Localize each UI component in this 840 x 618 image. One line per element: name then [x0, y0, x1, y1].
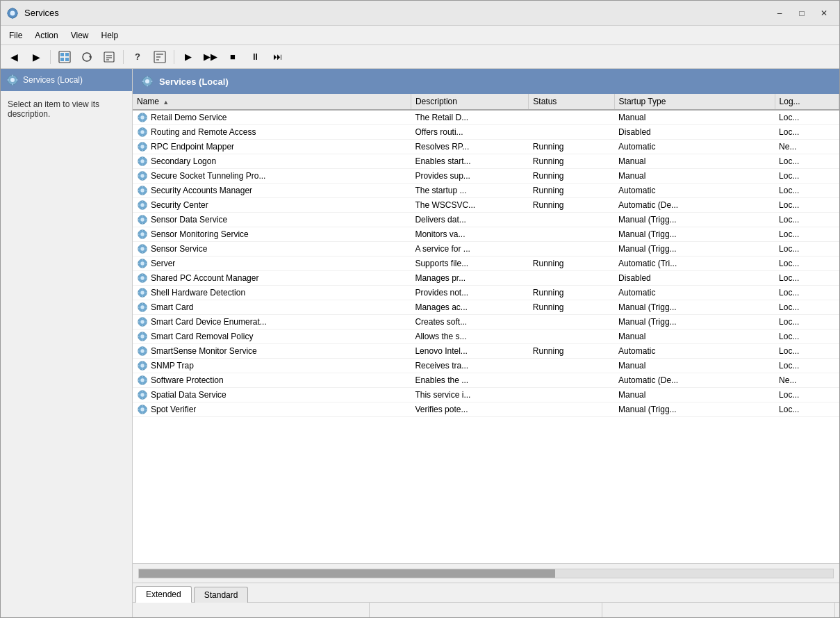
table-row[interactable]: Retail Demo ServiceThe Retail D...Manual… — [133, 110, 839, 125]
service-description-cell: The startup ... — [411, 184, 528, 198]
refresh-button[interactable] — [76, 48, 97, 66]
service-startup-cell: Manual (Trigg... — [614, 227, 775, 242]
col-header-status[interactable]: Status — [529, 94, 614, 110]
service-description-cell: The WSCSVC... — [411, 198, 528, 213]
service-name-cell: Sensor Service — [133, 242, 411, 257]
table-row[interactable]: Security CenterThe WSCSVC...RunningAutom… — [133, 198, 839, 213]
horizontal-scrollbar[interactable] — [138, 569, 834, 578]
table-row[interactable]: SNMP TrapReceives tra...ManualLoc... — [133, 359, 839, 373]
properties-button[interactable] — [149, 48, 170, 66]
service-logon-cell: Loc... — [775, 300, 839, 315]
col-header-name[interactable]: Name ▲ — [133, 94, 411, 110]
service-gear-icon — [137, 112, 148, 123]
service-gear-icon — [137, 185, 148, 196]
service-description-cell: A service for ... — [411, 242, 528, 257]
svg-rect-5 — [16, 13, 18, 14]
service-name-label: Retail Demo Service — [151, 113, 227, 122]
start-service-button[interactable]: ▶ — [178, 48, 199, 66]
service-name-cell: SNMP Trap — [133, 359, 411, 373]
service-gear-icon — [137, 316, 148, 327]
table-row[interactable]: Routing and Remote AccessOffers routi...… — [133, 125, 839, 140]
table-row[interactable]: Secure Socket Tunneling Pro...Provides s… — [133, 169, 839, 184]
service-status-cell — [529, 388, 614, 402]
service-startup-cell: Manual — [614, 169, 775, 184]
menu-help[interactable]: Help — [96, 29, 124, 42]
help-button[interactable]: ? — [127, 48, 148, 66]
svg-rect-175 — [142, 325, 142, 326]
svg-rect-106 — [138, 219, 139, 220]
svg-rect-10 — [65, 58, 69, 61]
svg-rect-166 — [138, 307, 139, 307]
svg-rect-215 — [142, 383, 142, 384]
svg-rect-57 — [145, 146, 147, 147]
service-name-cell: Routing and Remote Access — [133, 125, 411, 140]
table-row[interactable]: Smart CardManages ac...RunningManual (Tr… — [133, 300, 839, 315]
restart-service-button[interactable]: ▶▶ — [200, 48, 221, 66]
service-status-cell: Running — [529, 184, 614, 198]
svg-rect-75 — [142, 179, 142, 180]
table-row[interactable]: Sensor ServiceA service for ...Manual (T… — [133, 242, 839, 257]
export-button[interactable] — [99, 48, 120, 66]
service-name-cell: Retail Demo Service — [133, 110, 411, 125]
col-header-desc[interactable]: Description — [411, 94, 528, 110]
service-logon-cell: Loc... — [775, 344, 839, 359]
table-row[interactable]: Smart Card Device Enumerat...Creates sof… — [133, 315, 839, 330]
svg-rect-66 — [138, 161, 139, 161]
menu-action[interactable]: Action — [29, 29, 63, 42]
svg-rect-194 — [142, 346, 142, 348]
show-console-button[interactable] — [54, 48, 75, 66]
table-row[interactable]: Sensor Monitoring ServiceMonitors va...M… — [133, 227, 839, 242]
svg-rect-44 — [142, 127, 142, 129]
svg-point-83 — [140, 188, 144, 192]
service-gear-icon — [137, 258, 148, 269]
table-row[interactable]: Secondary LogonEnables start...RunningMa… — [133, 154, 839, 169]
col-header-logon[interactable]: Log... — [775, 94, 839, 110]
service-logon-cell: Loc... — [775, 315, 839, 330]
minimize-button[interactable]: – — [770, 6, 789, 21]
table-row[interactable]: SmartSense Monitor ServiceLenovo Intel..… — [133, 344, 839, 359]
services-table: Name ▲ Description Status Startup Type L… — [133, 94, 839, 417]
stop-service-button[interactable]: ■ — [222, 48, 243, 66]
back-button[interactable]: ◀ — [3, 48, 24, 66]
tab-extended[interactable]: Extended — [135, 586, 192, 603]
svg-point-63 — [140, 159, 144, 163]
resume-service-button[interactable]: ⏭ — [267, 48, 288, 66]
service-startup-cell: Automatic — [614, 184, 775, 198]
service-startup-cell: Manual — [614, 359, 775, 373]
table-row[interactable]: Security Accounts ManagerThe startup ...… — [133, 184, 839, 198]
service-status-cell — [529, 402, 614, 417]
table-row[interactable]: Software ProtectionEnables the ...Automa… — [133, 373, 839, 388]
close-button[interactable]: ✕ — [814, 6, 834, 21]
service-logon-cell: Loc... — [775, 330, 839, 344]
svg-rect-22 — [12, 75, 13, 77]
service-gear-icon — [137, 331, 148, 342]
table-row[interactable]: Spatial Data ServiceThis service i...Man… — [133, 388, 839, 402]
status-section-1 — [137, 603, 370, 617]
service-logon-cell: Loc... — [775, 198, 839, 213]
table-scroll[interactable]: Name ▲ Description Status Startup Type L… — [133, 94, 839, 563]
service-name-cell: Smart Card — [133, 300, 411, 315]
menu-view[interactable]: View — [65, 29, 94, 42]
service-status-cell: Running — [529, 198, 614, 213]
panel-header-icon — [141, 75, 154, 88]
maximize-button[interactable]: □ — [792, 6, 812, 21]
menu-file[interactable]: File — [3, 29, 28, 42]
tab-standard[interactable]: Standard — [194, 587, 249, 603]
table-row[interactable]: ServerSupports file...RunningAutomatic (… — [133, 257, 839, 271]
svg-rect-156 — [138, 292, 139, 293]
window-title: Services — [24, 8, 59, 18]
table-row[interactable]: Sensor Data ServiceDelivers dat...Manual… — [133, 213, 839, 227]
col-header-startup[interactable]: Startup Type — [614, 94, 775, 110]
table-row[interactable]: RPC Endpoint MapperResolves RP...Running… — [133, 140, 839, 154]
table-row[interactable]: Shell Hardware DetectionProvides not...R… — [133, 286, 839, 300]
service-logon-cell: Loc... — [775, 242, 839, 257]
pause-service-button[interactable]: ⏸ — [245, 48, 265, 66]
table-row[interactable]: Smart Card Removal PolicyAllows the s...… — [133, 330, 839, 344]
svg-rect-184 — [142, 332, 142, 333]
service-gear-icon — [137, 170, 148, 181]
svg-rect-185 — [142, 339, 142, 341]
svg-point-103 — [140, 218, 144, 221]
table-row[interactable]: Shared PC Account ManagerManages pr...Di… — [133, 271, 839, 286]
forward-button[interactable]: ▶ — [26, 48, 47, 66]
table-row[interactable]: Spot VerifierVerifies pote...Manual (Tri… — [133, 402, 839, 417]
